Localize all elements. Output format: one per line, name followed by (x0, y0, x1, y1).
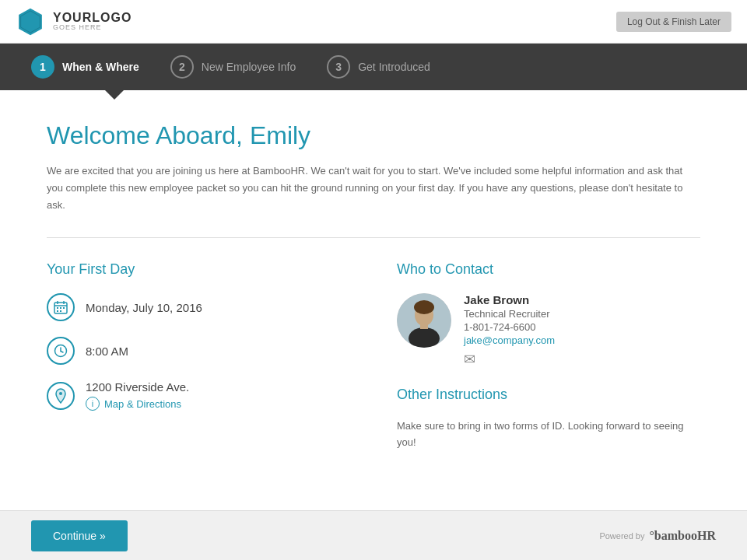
footer: Continue » Powered by °bambooHR (0, 510, 747, 560)
main-content: Welcome Aboard, Emily We are excited tha… (0, 90, 747, 510)
steps-bar: 1 When & Where 2 New Employee Info 3 Get… (0, 44, 747, 90)
two-column-section: Your First Day Monday, July (47, 261, 700, 451)
step-3[interactable]: 3 Get Introduced (327, 55, 430, 79)
map-directions-link[interactable]: i Map & Directions (86, 397, 189, 411)
step-2[interactable]: 2 New Employee Info (170, 55, 296, 79)
step-1-label: When & Where (62, 61, 139, 73)
svg-rect-10 (60, 310, 61, 312)
left-column: Your First Day Monday, July (47, 261, 350, 451)
mail-icon[interactable]: ✉ (464, 351, 555, 368)
powered-by: Powered by °bambooHR (599, 529, 716, 543)
svg-line-13 (61, 352, 63, 353)
svg-marker-0 (19, 8, 42, 35)
address-block: 1200 Riverside Ave. i Map & Directions (86, 380, 189, 411)
map-link-label: Map & Directions (104, 398, 181, 410)
contact-avatar (397, 293, 451, 348)
address-text: 1200 Riverside Ave. (86, 380, 189, 394)
step-3-label: Get Introduced (358, 61, 430, 73)
svg-rect-7 (60, 307, 61, 309)
step-1[interactable]: 1 When & Where (31, 55, 139, 79)
contact-email[interactable]: jake@company.com (464, 334, 555, 346)
logo-icon (16, 7, 45, 37)
calendar-icon (47, 293, 75, 321)
logo-area: YOURLOGO GOES HERE (16, 7, 132, 37)
time-text: 8:00 AM (86, 345, 128, 358)
step-1-circle: 1 (31, 55, 54, 79)
svg-point-14 (59, 392, 62, 395)
logout-button[interactable]: Log Out & Finish Later (616, 12, 731, 32)
time-row: 8:00 AM (47, 337, 350, 365)
steps-arrow (105, 90, 124, 100)
map-link-icon: i (86, 397, 100, 411)
svg-rect-9 (57, 310, 58, 312)
svg-point-17 (414, 300, 434, 314)
svg-rect-19 (420, 323, 428, 329)
who-to-contact-title: Who to Contact (397, 261, 700, 278)
divider (47, 237, 700, 238)
step-3-circle: 3 (327, 55, 350, 79)
contact-job-title: Technical Recruiter (464, 308, 555, 320)
address-row: 1200 Riverside Ave. i Map & Directions (47, 380, 350, 411)
right-column: Who to Contact (397, 261, 700, 451)
contact-phone: 1-801-724-6600 (464, 321, 555, 333)
step-2-label: New Employee Info (202, 61, 296, 73)
top-bar: YOURLOGO GOES HERE Log Out & Finish Late… (0, 0, 747, 44)
clock-icon (47, 337, 75, 365)
date-row: Monday, July 10, 2016 (47, 293, 350, 321)
continue-button[interactable]: Continue » (31, 520, 128, 551)
logo-name: YOURLOGO (53, 11, 132, 25)
svg-rect-8 (63, 307, 65, 309)
step-2-circle: 2 (170, 55, 194, 79)
welcome-title: Welcome Aboard, Emily (47, 121, 700, 150)
contact-card: Jake Brown Technical Recruiter 1-801-724… (397, 293, 700, 368)
logo-tagline: GOES HERE (53, 24, 132, 32)
date-text: Monday, July 10, 2016 (86, 301, 202, 314)
bamboohr-logo: °bambooHR (649, 529, 716, 543)
contact-name: Jake Brown (464, 293, 555, 306)
location-icon (47, 382, 75, 410)
other-instructions-title: Other Instructions (397, 387, 700, 403)
svg-rect-6 (57, 307, 58, 309)
welcome-description: We are excited that you are joining us h… (47, 163, 685, 214)
powered-by-text: Powered by (599, 531, 644, 541)
contact-info: Jake Brown Technical Recruiter 1-801-724… (464, 293, 555, 368)
other-instructions-text: Make sure to bring in two forms of ID. L… (397, 418, 700, 451)
logo-text: YOURLOGO GOES HERE (53, 11, 132, 32)
first-day-title: Your First Day (47, 261, 350, 278)
